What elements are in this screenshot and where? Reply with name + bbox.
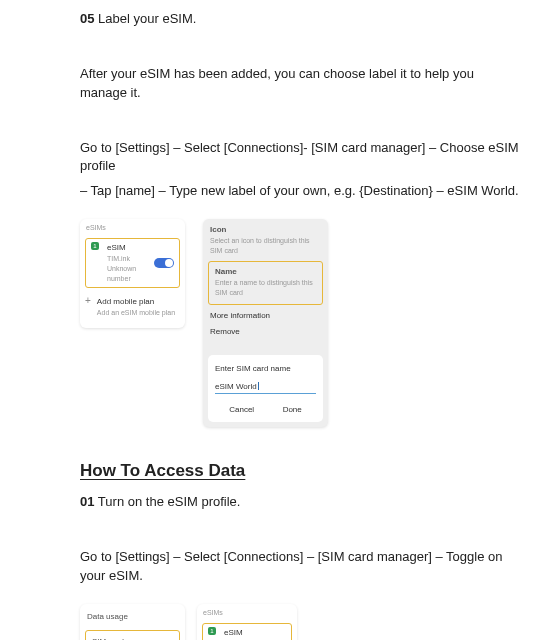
para-after-added: After your eSIM has been added, you can … (80, 65, 519, 103)
para-goto-2: Go to [Settings] – Select [Connections] … (80, 548, 519, 586)
screenshot-row-1: eSIMs 1 eSIM TIM.ink Unknown number + Ad… (80, 219, 519, 427)
connections-card: Data usage SIM card manager Mobile Hotsp… (80, 604, 185, 640)
icon-label: Icon (210, 224, 321, 236)
add-plan-title: Add mobile plan (97, 296, 175, 308)
add-mobile-plan-row: + Add mobile plan Add an eSIM mobile pla… (80, 288, 185, 328)
esim-sub1: TIM.ink (107, 254, 154, 264)
esim-title: eSIM (107, 242, 154, 254)
heading-how-to-access-data: How To Access Data (80, 459, 519, 484)
step-05: 05 Label your eSIM. (80, 10, 519, 29)
section-esims-2: eSIMs (197, 604, 297, 620)
sim-manager-card-2: eSIMs 1 eSIM TIM.ink Unknown number + Ad… (197, 604, 297, 640)
step-01: 01 Turn on the eSIM profile. (80, 493, 519, 512)
more-information: More information (203, 305, 328, 327)
esim-toggle-on (154, 258, 174, 268)
row-data-usage: Data usage (80, 604, 185, 630)
esim-title-2: eSIM (224, 627, 266, 639)
plus-icon: + (85, 296, 91, 306)
sim-name-input: eSIM World (215, 379, 316, 395)
text-cursor (258, 382, 259, 390)
rename-dialog: Enter SIM card name eSIM World Cancel Do… (208, 355, 323, 422)
step-01-text: Turn on the eSIM profile. (98, 494, 241, 509)
add-plan-sub: Add an eSIM mobile plan (97, 308, 175, 318)
row-sim-card-manager: SIM card manager (85, 630, 180, 640)
remove-row: Remove (203, 326, 328, 343)
sim-number-badge-2: 1 (208, 627, 216, 635)
done-button: Done (283, 404, 302, 416)
enter-name-label: Enter SIM card name (215, 363, 316, 375)
section-esims: eSIMs (80, 219, 185, 235)
esim-detail-card: Icon Select an icon to distinguish this … (203, 219, 328, 427)
para-goto-1: Go to [Settings] – Select [Connections]-… (80, 139, 519, 177)
sim-manager-card: eSIMs 1 eSIM TIM.ink Unknown number + Ad… (80, 219, 185, 328)
step-05-num: 05 (80, 11, 94, 26)
step-05-text: Label your eSIM. (98, 11, 196, 26)
esim-row-highlighted-2: 1 eSIM TIM.ink Unknown number (202, 623, 292, 640)
sim-name-value: eSIM World (215, 382, 257, 391)
para-tap-name: – Tap [name] – Type new label of your ow… (80, 182, 519, 201)
cancel-button: Cancel (229, 404, 254, 416)
esim-row-highlighted: 1 eSIM TIM.ink Unknown number (85, 238, 180, 288)
name-sub: Enter a name to distinguish this SIM car… (215, 278, 316, 298)
step-01-num: 01 (80, 494, 94, 509)
esim-sub2: Unknown number (107, 264, 154, 284)
name-label: Name (215, 266, 316, 278)
screenshot-row-2: Data usage SIM card manager Mobile Hotsp… (80, 604, 519, 640)
icon-sub: Select an icon to distinguish this SIM c… (210, 236, 321, 256)
sim-number-badge: 1 (91, 242, 99, 250)
